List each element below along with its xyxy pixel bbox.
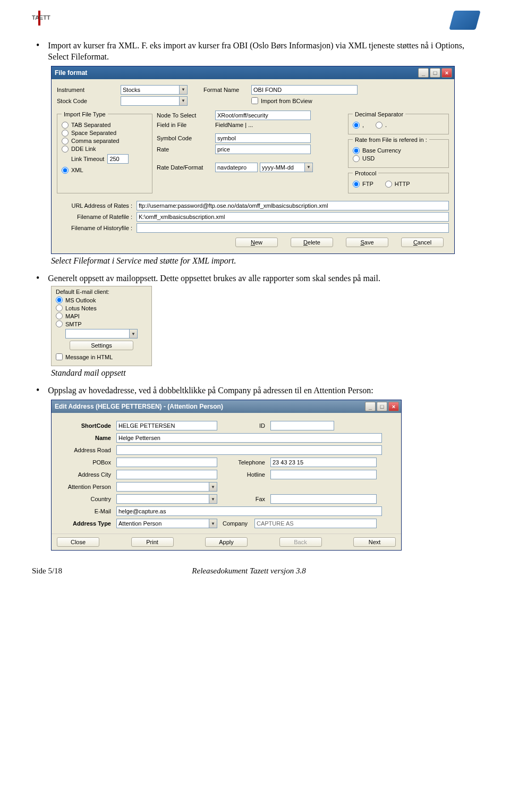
country-combo[interactable] bbox=[116, 494, 209, 504]
name-input[interactable] bbox=[116, 433, 382, 443]
address-title: Edit Address (HELGE PETTERSEN) - (Attent… bbox=[55, 403, 223, 410]
hotline-label: Hotline bbox=[217, 471, 270, 478]
edit-address-dialog: Edit Address (HELGE PETTERSEN) - (Attent… bbox=[51, 400, 402, 551]
import-bcview-label: Import from BCview bbox=[261, 98, 312, 104]
node-input[interactable] bbox=[215, 111, 311, 120]
fax-input[interactable] bbox=[270, 494, 377, 504]
symbol-input[interactable] bbox=[215, 133, 311, 143]
radio-dot-sep[interactable] bbox=[376, 122, 382, 129]
logo-tazett: TAETT bbox=[32, 11, 50, 26]
pobox-label: POBox bbox=[58, 459, 116, 466]
email-label: E-Mail bbox=[58, 508, 116, 514]
chevron-down-icon[interactable]: ▼ bbox=[179, 96, 188, 106]
print-btn[interactable]: Print bbox=[131, 537, 174, 547]
radio-outlook[interactable] bbox=[56, 297, 63, 303]
decimal-legend: Decimal Separator bbox=[353, 111, 405, 117]
formatname-input[interactable] bbox=[251, 85, 358, 95]
minimize-button[interactable]: _ bbox=[365, 402, 376, 411]
close-button[interactable]: × bbox=[388, 402, 399, 411]
minimize-button[interactable]: _ bbox=[418, 68, 429, 78]
settings-button[interactable]: Settings bbox=[70, 341, 133, 350]
logo-tieto bbox=[449, 11, 481, 30]
filename-label: Filename of Ratefile : bbox=[57, 214, 137, 220]
stockcode-combo[interactable] bbox=[121, 96, 179, 106]
save-button[interactable]: Save bbox=[346, 238, 388, 247]
url-input[interactable] bbox=[137, 201, 449, 210]
hotline-input[interactable] bbox=[270, 470, 377, 479]
radio-smtp[interactable] bbox=[56, 320, 63, 327]
smtp-combo[interactable] bbox=[65, 329, 129, 339]
close-btn[interactable]: Close bbox=[57, 537, 99, 547]
rate-label: Rate bbox=[157, 146, 215, 153]
radio-base-currency[interactable] bbox=[353, 147, 360, 154]
email-input[interactable] bbox=[116, 506, 382, 516]
apply-btn[interactable]: Apply bbox=[205, 537, 248, 547]
history-input[interactable] bbox=[137, 223, 449, 233]
id-input[interactable] bbox=[270, 421, 334, 430]
delete-button[interactable]: Delete bbox=[291, 238, 333, 247]
close-button[interactable]: × bbox=[441, 68, 452, 78]
city-input[interactable] bbox=[116, 470, 217, 479]
radio-dde[interactable] bbox=[62, 146, 69, 153]
company-input[interactable] bbox=[254, 519, 377, 528]
chevron-down-icon[interactable]: ▼ bbox=[209, 494, 217, 504]
pobox-input[interactable] bbox=[116, 458, 217, 467]
radio-lotus[interactable] bbox=[56, 304, 63, 311]
id-label: ID bbox=[217, 422, 270, 429]
next-btn[interactable]: Next bbox=[353, 537, 396, 547]
addrtype-combo[interactable] bbox=[116, 519, 209, 528]
ratedate-input1[interactable] bbox=[215, 163, 258, 172]
rate-input[interactable] bbox=[215, 145, 311, 154]
radio-ftp[interactable] bbox=[353, 181, 360, 188]
name-label: Name bbox=[58, 435, 116, 441]
new-button[interactable]: New bbox=[235, 238, 278, 247]
attn-combo[interactable] bbox=[116, 482, 209, 492]
para-3-text: Oppslag av hovedadresse, ved å dobbeltkl… bbox=[48, 385, 478, 396]
telephone-label: Telephone bbox=[217, 459, 270, 466]
instrument-combo[interactable] bbox=[121, 85, 179, 95]
radio-usd[interactable] bbox=[353, 155, 360, 162]
radio-mapi[interactable] bbox=[56, 312, 63, 319]
radio-comma[interactable] bbox=[62, 138, 69, 145]
fieldinfile-label: Field in File bbox=[157, 122, 215, 128]
message-html-checkbox[interactable] bbox=[56, 353, 63, 360]
shortcode-label: ShortCode bbox=[58, 422, 116, 429]
chevron-down-icon[interactable]: ▼ bbox=[129, 329, 138, 339]
radio-xml[interactable] bbox=[62, 167, 69, 174]
node-label: Node To Select bbox=[157, 112, 215, 119]
fieldinfile-value: FieldName | ... bbox=[215, 122, 253, 128]
chevron-down-icon[interactable]: ▼ bbox=[209, 519, 217, 528]
link-timeout-input[interactable] bbox=[107, 154, 129, 164]
caption-2: Standard mail oppsett bbox=[51, 368, 478, 378]
bullet-1: • Import av kurser fra XML. F. eks impor… bbox=[36, 40, 478, 63]
radio-tab[interactable] bbox=[62, 122, 69, 129]
footer-page: Side 5/18 bbox=[32, 566, 62, 576]
shortcode-input[interactable] bbox=[116, 421, 217, 430]
road-label: Address Road bbox=[58, 447, 116, 453]
url-label: URL Address of Rates : bbox=[57, 202, 137, 209]
caption-1: Select Fileformat i Service med støtte f… bbox=[51, 256, 478, 266]
chevron-down-icon[interactable]: ▼ bbox=[179, 85, 188, 95]
chevron-down-icon[interactable]: ▼ bbox=[209, 482, 217, 492]
maximize-button[interactable]: □ bbox=[430, 68, 440, 78]
radio-comma-sep[interactable] bbox=[353, 122, 360, 129]
message-html-label: Message in HTML bbox=[65, 354, 113, 360]
para-1-text: Import av kurser fra XML. F. eks import … bbox=[48, 40, 478, 63]
cancel-button[interactable]: Cancel bbox=[401, 238, 444, 247]
company-label: Company bbox=[217, 520, 254, 527]
import-bcview-checkbox[interactable] bbox=[251, 97, 258, 104]
country-label: Country bbox=[58, 496, 116, 502]
file-format-dialog: File format _ □ × Instrument ▼ Format Na… bbox=[51, 66, 455, 254]
telephone-input[interactable] bbox=[270, 458, 377, 467]
stockcode-label: Stock Code bbox=[57, 98, 121, 104]
road-input[interactable] bbox=[116, 445, 382, 455]
link-timeout-label: Link Timeout bbox=[71, 156, 104, 162]
filename-input[interactable] bbox=[137, 212, 449, 222]
email-client-panel: Default E-mail client: MS Outlook Lotus … bbox=[51, 286, 152, 366]
ratedate-input2[interactable] bbox=[260, 163, 304, 172]
chevron-down-icon[interactable]: ▼ bbox=[304, 163, 313, 172]
radio-space[interactable] bbox=[62, 130, 69, 137]
radio-http[interactable] bbox=[385, 181, 392, 188]
bullet-2: • Generelt oppsett av mailoppsett. Dette… bbox=[36, 273, 478, 284]
maximize-button[interactable]: □ bbox=[377, 402, 387, 411]
